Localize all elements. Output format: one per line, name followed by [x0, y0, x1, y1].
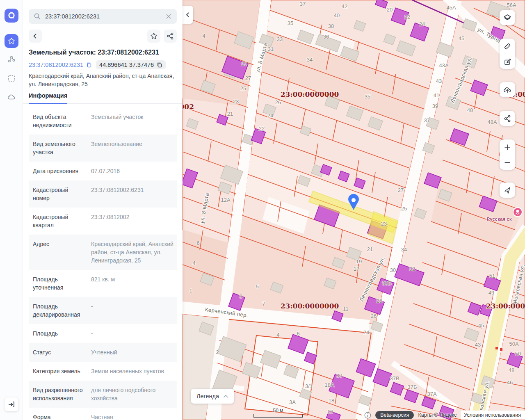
chevron-up-icon — [223, 395, 228, 398]
house-number-label: 20 — [387, 7, 393, 13]
sidebar-item-cloud[interactable] — [5, 90, 18, 104]
measure-edit-group — [500, 39, 515, 69]
house-number-label: 3А — [289, 399, 296, 405]
house-number-label: 24 — [419, 21, 425, 27]
info-row: Кадастровый номер23:37:0812002:6231 — [29, 180, 177, 208]
tab-information[interactable]: Информация — [29, 92, 67, 104]
info-row-value: Земельный участок — [91, 113, 173, 129]
left-icon-rail — [0, 0, 23, 420]
layers-button[interactable] — [500, 10, 515, 25]
back-button[interactable] — [29, 30, 42, 43]
info-row-value: Учтенный — [91, 348, 173, 356]
search-input[interactable] — [45, 13, 161, 20]
house-number-label: 37 — [424, 117, 430, 123]
upload-button[interactable] — [500, 82, 515, 97]
locate-button[interactable] — [500, 183, 515, 198]
house-number-label: 35 — [365, 94, 370, 100]
logout-icon — [7, 400, 16, 409]
house-number-label: 21 — [227, 111, 233, 117]
measure-button[interactable] — [500, 39, 515, 54]
house-number-label: 7 — [262, 301, 265, 307]
plus-icon — [504, 144, 511, 151]
terms-link[interactable]: Условия использования — [461, 411, 525, 420]
house-number-label: 38 — [328, 23, 334, 29]
sidebar-item-polygon-tools[interactable] — [5, 52, 18, 66]
polygon-nodes-icon — [7, 55, 16, 64]
coordinates-chip[interactable]: 44.896641 37.37476 — [96, 60, 166, 69]
house-number-label: 22 — [259, 126, 265, 132]
poi-marker[interactable] — [513, 208, 522, 217]
zoom-out-button[interactable] — [500, 155, 515, 170]
house-number-label: 43 — [436, 78, 442, 84]
house-number-label: 22 — [404, 14, 410, 20]
house-number-label: 19 — [356, 258, 362, 265]
share-button[interactable] — [164, 30, 177, 43]
house-number-label: 40 — [334, 12, 340, 18]
poi-label: Русская ск — [487, 217, 512, 221]
info-row-value: - — [91, 329, 173, 338]
cadastral-number-chip[interactable]: 23:37:0812002:6231 — [29, 62, 92, 68]
copy-icon[interactable] — [86, 62, 92, 68]
info-row-value: 23:37:0812002:6231 — [91, 186, 173, 202]
house-number-label: 39 — [432, 103, 438, 109]
logout-button[interactable] — [5, 397, 18, 411]
map-copyright: Карты © Яндекс — [418, 412, 457, 418]
info-row-value: Частная — [91, 413, 173, 420]
house-number-label: 43 — [475, 342, 481, 348]
info-row: Категория земельЗемли населенных пунктов — [29, 362, 177, 381]
info-icon[interactable] — [364, 412, 371, 419]
house-number-label: 6 — [196, 240, 199, 246]
house-number-label: 45 — [478, 322, 484, 329]
clear-search-icon[interactable] — [165, 13, 172, 20]
info-row: Вид объекта недвижимостиЗемельный участо… — [29, 107, 177, 135]
info-row: Форма собственностиЧастная — [29, 408, 177, 420]
draw-button[interactable] — [500, 54, 515, 69]
info-row: АдресКраснодарский край, Анапский район,… — [29, 235, 177, 270]
info-row-label: Форма собственности — [33, 413, 85, 420]
info-row: Дата присвоения07.07.2016 — [29, 162, 177, 180]
copy-icon[interactable] — [156, 62, 162, 68]
info-row-label: Категория земель — [33, 367, 85, 375]
share-map-button[interactable] — [500, 111, 515, 126]
house-number-label: 34 — [307, 57, 313, 63]
house-number-label: 25 — [401, 205, 407, 212]
house-number-label: 34 — [401, 247, 407, 253]
legend-button[interactable]: Легенда — [191, 389, 234, 404]
sidebar-item-favorites[interactable] — [5, 34, 18, 48]
house-number-label: 41 — [434, 92, 439, 98]
house-number-label: 37А — [427, 391, 436, 397]
zoom-in-button[interactable] — [500, 139, 515, 155]
cadastral-number-link[interactable]: 23:37:0812002:6231 — [29, 62, 83, 68]
minus-icon — [504, 159, 511, 166]
star-icon — [7, 37, 16, 45]
house-number-label: 42 — [342, 3, 347, 9]
info-row-value: 23:37:0812002 — [91, 213, 173, 229]
house-number-label: 26 — [371, 313, 377, 319]
house-number-label: 11 — [343, 306, 349, 312]
collapse-panel-button[interactable] — [183, 6, 193, 24]
house-number-label: 30 — [336, 372, 342, 379]
info-table: Вид объекта недвижимостиЗемельный участо… — [29, 107, 177, 420]
house-number-label: 24 — [267, 112, 273, 119]
sidebar-item-select-area[interactable] — [5, 71, 18, 85]
house-number-label: 30Б — [382, 280, 392, 286]
house-number-label: 27 — [245, 75, 251, 81]
search-bar[interactable] — [29, 9, 177, 24]
info-row-label: Адрес — [33, 240, 85, 265]
select-area-icon — [7, 74, 16, 82]
map-canvas[interactable]: 3735333129272523214240383634202224353756… — [183, 0, 525, 420]
house-number-label: 43А — [439, 62, 448, 68]
info-row: Вид разрешенного использованиядля личног… — [29, 381, 177, 408]
parcel-address: Краснодарский край, Анапский район, ст-ц… — [29, 72, 177, 88]
house-number-label: 16 — [327, 409, 333, 415]
house-number-label: 12А — [221, 197, 230, 203]
info-row: Вид земельного участкаЗемлепользование — [29, 135, 177, 162]
app-logo[interactable] — [5, 9, 18, 23]
house-number-label: 21 — [367, 246, 373, 252]
beta-badge: Beta-версия — [375, 411, 414, 419]
legend-label: Легенда — [196, 393, 219, 399]
info-row-value: 07.07.2016 — [91, 167, 173, 175]
house-number-label: 4 — [192, 260, 195, 266]
house-number-label: 45А — [446, 5, 456, 11]
favorite-button[interactable] — [147, 30, 160, 43]
